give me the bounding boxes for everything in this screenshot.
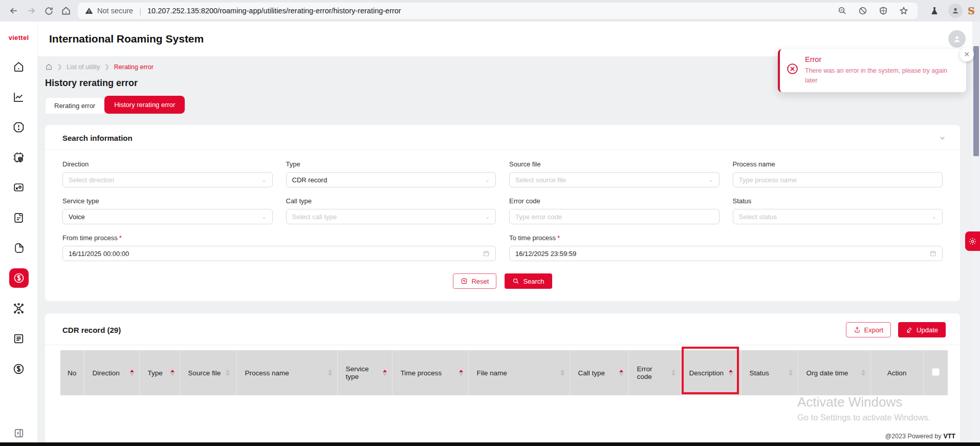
sidebar-item-report-icon[interactable]: [9, 329, 29, 348]
results-panel: CDR record (29) Export Update: [45, 313, 960, 443]
direction-select[interactable]: Select direction⌄: [62, 172, 273, 187]
s-extension-icon[interactable]: S: [968, 5, 975, 16]
sidebar-item-file-icon[interactable]: [9, 238, 29, 258]
field-status: Status Select status⌄: [733, 197, 943, 224]
type-select[interactable]: CDR record⌄: [286, 172, 496, 187]
column-type[interactable]: Type: [139, 350, 180, 395]
sidebar-item-chart-icon[interactable]: [9, 87, 29, 107]
sort-icon: [729, 370, 733, 376]
error-code-input[interactable]: [515, 213, 713, 221]
sidebar-item-network-settings-icon[interactable]: [9, 299, 29, 318]
status-select[interactable]: Select status⌄: [733, 209, 943, 224]
service-type-select[interactable]: Voice⌄: [62, 209, 273, 224]
sort-icon: [130, 370, 134, 376]
tab-bar: Rerating error History rerating error: [45, 96, 960, 114]
sidebar-item-chip-settings-icon[interactable]: [9, 147, 29, 167]
toast-close-icon[interactable]: ✕: [960, 47, 974, 61]
calendar-icon[interactable]: [483, 250, 490, 257]
sidebar-item-home-icon[interactable]: [9, 57, 29, 76]
sidebar: viettel: [0, 22, 38, 446]
sort-icon: [383, 370, 387, 376]
footer-copyright: @2023 Powered byVTT: [885, 433, 955, 440]
bookmark-star-icon[interactable]: [897, 4, 910, 17]
sort-icon: [861, 370, 865, 376]
sidebar-item-dollar-circle-icon[interactable]: [9, 359, 29, 378]
content-blocked-icon[interactable]: [856, 4, 869, 17]
activate-windows-watermark: Activate Windows Go to Settings to activ…: [797, 394, 930, 422]
sidebar-item-document-icon[interactable]: [9, 208, 29, 227]
column-error-code[interactable]: Error code: [628, 350, 681, 395]
error-toast: Error There was an error in the system, …: [778, 49, 966, 92]
browser-home-icon[interactable]: [57, 2, 75, 19]
column-description[interactable]: Description: [681, 350, 741, 395]
source-file-select[interactable]: Select source file⌄: [509, 172, 720, 187]
app-title: International Roaming System: [49, 33, 204, 45]
address-bar[interactable]: Not secure | 10.207.252.135:8200/roaming…: [78, 3, 918, 19]
call-type-select[interactable]: Select call type⌄: [286, 209, 496, 224]
to-time-process-input[interactable]: [515, 250, 929, 258]
sidebar-item-finance-icon[interactable]: [9, 268, 29, 288]
process-name-input-wrap: [733, 172, 943, 187]
field-type: Type CDR record⌄: [286, 160, 496, 187]
reset-button[interactable]: Reset: [453, 273, 496, 289]
column-process-name[interactable]: Process name: [236, 350, 337, 395]
search-button[interactable]: Search: [505, 273, 552, 289]
collapse-chevron-icon[interactable]: [939, 135, 946, 141]
to-time-process-input-wrap: [509, 246, 943, 261]
export-button[interactable]: Export: [846, 322, 891, 337]
browser-profile-avatar[interactable]: [948, 4, 963, 18]
column-no: No: [60, 350, 84, 395]
from-time-process-input-wrap: [62, 246, 496, 261]
column-call-type[interactable]: Call type: [570, 350, 628, 395]
viettel-logo: viettel: [9, 34, 29, 41]
sidebar-collapse-icon[interactable]: [13, 428, 25, 439]
sidebar-item-alert-icon[interactable]: [9, 117, 29, 137]
from-time-process-input[interactable]: [69, 250, 483, 258]
toast-message: There was an error in the system, please…: [805, 66, 958, 86]
tab-history-rerating-error[interactable]: History rerating error: [104, 96, 185, 114]
field-call-type: Call type Select call type⌄: [286, 197, 496, 224]
sort-icon: [619, 370, 623, 376]
calendar-icon[interactable]: [929, 250, 937, 257]
column-source-file[interactable]: Source file: [180, 350, 236, 395]
not-secure-warning-icon: [85, 7, 93, 15]
column-action: Action: [870, 350, 923, 395]
bottom-black-bar: [0, 442, 980, 446]
tab-rerating-error[interactable]: Rerating error: [45, 97, 104, 114]
breadcrumb-home-icon[interactable]: [45, 63, 53, 71]
settings-gear-fab[interactable]: [965, 231, 980, 251]
column-time-process[interactable]: Time process: [392, 350, 468, 395]
error-code-input-wrap: [509, 209, 720, 224]
field-direction: Direction Select direction⌄: [62, 160, 273, 187]
column-org-date-time[interactable]: Org date time: [798, 350, 870, 395]
sort-icon: [328, 370, 332, 376]
search-panel: Search information Direction Select dire…: [45, 125, 960, 301]
user-avatar[interactable]: [948, 30, 966, 48]
breadcrumb-list-of-utility[interactable]: List of utility: [67, 63, 100, 71]
shield-icon[interactable]: [877, 4, 890, 17]
column-service-type[interactable]: Service type: [337, 350, 392, 395]
breadcrumb-rerating-error[interactable]: Rerating error: [114, 63, 154, 71]
flask-extension-icon[interactable]: [926, 2, 943, 19]
browser-back-icon[interactable]: [5, 2, 23, 19]
zoom-out-icon[interactable]: [836, 4, 849, 17]
process-name-input[interactable]: [739, 176, 937, 184]
browser-reload-icon[interactable]: [40, 2, 57, 19]
breadcrumb-chevron-icon: ❯: [105, 63, 110, 70]
browser-toolbar: Not secure | 10.207.252.135:8200/roaming…: [0, 0, 980, 22]
browser-forward-icon[interactable]: [23, 2, 40, 19]
column-file-name[interactable]: File name: [468, 350, 570, 395]
breadcrumb-chevron-icon: ❯: [57, 63, 62, 70]
update-button[interactable]: Update: [898, 322, 946, 337]
column-status[interactable]: Status: [741, 350, 798, 395]
toast-title: Error: [805, 55, 958, 63]
field-process-name: Process name: [733, 160, 943, 187]
main-content: ❯ List of utility ❯ Rerating error Histo…: [38, 56, 972, 442]
scrollbar-thumb[interactable]: [973, 46, 979, 156]
sort-icon: [560, 370, 564, 376]
sidebar-item-message-transfer-icon[interactable]: [9, 178, 29, 197]
field-service-type: Service type Voice⌄: [62, 197, 273, 224]
select-all-checkbox[interactable]: [932, 368, 940, 376]
column-direction[interactable]: Direction: [84, 350, 139, 395]
address-separator: |: [139, 7, 141, 15]
